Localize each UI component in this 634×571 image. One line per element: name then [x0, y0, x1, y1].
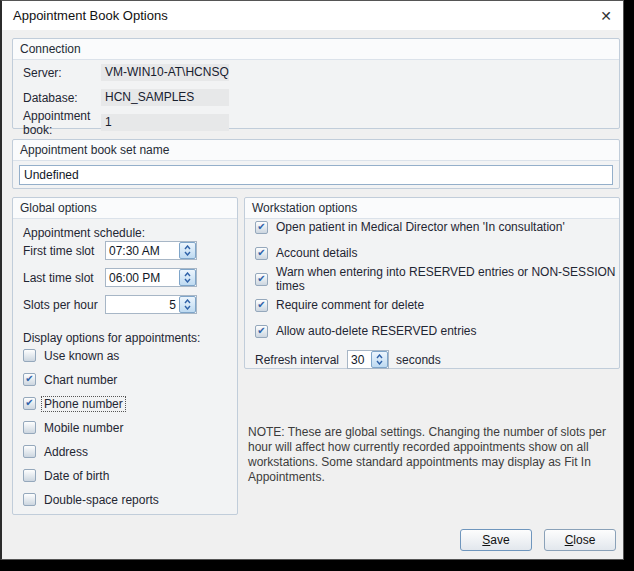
checkbox-allow-auto-delete-reserved[interactable]: ✔ Allow auto-delete RESERVED entries — [255, 323, 619, 339]
appointment-book-row: Appointment book: 1 — [13, 110, 619, 135]
first-time-slot-value: 07:30 AM — [106, 244, 179, 258]
refresh-interval-label: Refresh interval — [255, 353, 339, 367]
save-button[interactable]: Save — [460, 529, 532, 551]
refresh-interval-spinner[interactable] — [371, 351, 388, 368]
checkbox-double-space-reports[interactable]: ✔ Double-space reports — [23, 492, 237, 507]
first-time-slot-spinner[interactable] — [179, 242, 196, 259]
appointment-schedule-label: Appointment schedule: — [13, 219, 237, 241]
display-options-label: Display options for appointments: — [13, 322, 237, 346]
database-label: Database: — [23, 91, 101, 105]
server-row: Server: VM-WIN10-AT\HCNSQL07 — [13, 60, 619, 85]
check-icon: ✔ — [257, 222, 265, 232]
chevron-down-icon — [184, 305, 191, 310]
chevron-down-icon — [376, 360, 383, 365]
checkbox-label: Open patient in Medical Director when 'I… — [273, 219, 568, 235]
checkbox-label: Chart number — [41, 372, 120, 388]
workstation-options-group: Workstation options ✔ Open patient in Me… — [244, 197, 620, 369]
checkbox-label: Phone number — [41, 396, 126, 412]
check-icon: ✔ — [257, 274, 265, 284]
server-label: Server: — [23, 66, 101, 80]
checkbox-use-known-as[interactable]: ✔ Use known as — [23, 348, 237, 363]
last-time-slot-input[interactable]: 06:00 PM — [105, 268, 197, 287]
chevron-down-icon — [184, 278, 191, 283]
book-set-name-title: Appointment book set name — [13, 140, 619, 161]
checkbox-box: ✔ — [23, 493, 36, 506]
last-time-slot-value: 06:00 PM — [106, 271, 179, 285]
global-options-title: Global options — [13, 198, 237, 219]
refresh-interval-suffix: seconds — [396, 353, 441, 367]
checkbox-label: Address — [41, 444, 91, 460]
database-row: Database: HCN_SAMPLES — [13, 85, 619, 110]
check-icon: ✔ — [25, 374, 33, 384]
workstation-options-title: Workstation options — [245, 198, 619, 219]
checkbox-label: Require comment for delete — [273, 297, 427, 313]
checkbox-label: Mobile number — [41, 420, 126, 436]
checkbox-label: Allow auto-delete RESERVED entries — [273, 323, 480, 339]
chevron-up-icon — [184, 272, 191, 277]
last-time-slot-row: Last time slot 06:00 PM — [23, 268, 237, 287]
chevron-up-icon — [184, 299, 191, 304]
checkbox-label: Account details — [273, 245, 360, 261]
checkbox-box: ✔ — [255, 273, 268, 286]
appointment-book-options-dialog: Appointment Book Options ✕ Connection Se… — [0, 0, 624, 560]
last-time-slot-spinner[interactable] — [179, 269, 196, 286]
check-icon: ✔ — [257, 326, 265, 336]
checkbox-mobile-number[interactable]: ✔ Mobile number — [23, 420, 237, 435]
check-icon: ✔ — [257, 248, 265, 258]
display-options-list: ✔ Use known as ✔ Chart number ✔ Phone nu… — [13, 348, 237, 507]
checkbox-label: Double-space reports — [41, 492, 162, 508]
chevron-down-icon — [184, 251, 191, 256]
dialog-title: Appointment Book Options — [2, 8, 168, 23]
last-time-slot-label: Last time slot — [23, 271, 105, 285]
chevron-up-icon — [184, 245, 191, 250]
checkbox-box: ✔ — [255, 299, 268, 312]
close-button[interactable]: Close — [544, 529, 616, 551]
check-icon: ✔ — [257, 300, 265, 310]
refresh-interval-input[interactable]: 30 — [347, 350, 389, 369]
first-time-slot-label: First time slot — [23, 244, 105, 258]
slots-per-hour-row: Slots per hour 5 — [23, 295, 237, 314]
titlebar: Appointment Book Options ✕ — [2, 1, 623, 30]
book-set-name-group: Appointment book set name Undefined — [12, 139, 620, 189]
checkbox-label: Date of birth — [41, 468, 112, 484]
checkbox-box: ✔ — [23, 373, 36, 386]
checkbox-box: ✔ — [255, 325, 268, 338]
database-value: HCN_SAMPLES — [101, 89, 229, 106]
first-time-slot-input[interactable]: 07:30 AM — [105, 241, 197, 260]
checkbox-require-comment-for-delete[interactable]: ✔ Require comment for delete — [255, 297, 619, 313]
checkbox-box: ✔ — [23, 349, 36, 362]
check-icon: ✔ — [25, 398, 33, 408]
checkbox-date-of-birth[interactable]: ✔ Date of birth — [23, 468, 237, 483]
slots-per-hour-spinner[interactable] — [179, 296, 196, 313]
checkbox-box: ✔ — [255, 247, 268, 260]
slots-per-hour-value: 5 — [106, 298, 179, 312]
connection-group: Connection Server: VM-WIN10-AT\HCNSQL07 … — [12, 38, 620, 129]
global-settings-note: NOTE: These are global settings. Changin… — [248, 425, 618, 485]
checkbox-box: ✔ — [255, 221, 268, 234]
slots-per-hour-input[interactable]: 5 — [105, 295, 197, 314]
checkbox-box: ✔ — [23, 445, 36, 458]
book-set-name-input[interactable]: Undefined — [19, 165, 613, 185]
checkbox-box: ✔ — [23, 469, 36, 482]
connection-group-title: Connection — [13, 39, 619, 60]
close-icon[interactable]: ✕ — [589, 1, 623, 30]
checkbox-label: Warn when entering into RESERVED entries… — [273, 264, 619, 294]
slots-per-hour-label: Slots per hour — [23, 298, 105, 312]
chevron-up-icon — [376, 354, 383, 359]
checkbox-phone-number[interactable]: ✔ Phone number — [23, 396, 237, 411]
checkbox-label: Use known as — [41, 348, 122, 364]
refresh-interval-row: Refresh interval 30 seconds — [255, 349, 619, 370]
checkbox-open-patient-in-md[interactable]: ✔ Open patient in Medical Director when … — [255, 219, 619, 235]
global-options-group: Global options Appointment schedule: Fir… — [12, 197, 238, 515]
appointment-book-label: Appointment book: — [23, 109, 101, 137]
checkbox-chart-number[interactable]: ✔ Chart number — [23, 372, 237, 387]
checkbox-box: ✔ — [23, 397, 36, 410]
appointment-book-value: 1 — [101, 114, 229, 131]
first-time-slot-row: First time slot 07:30 AM — [23, 241, 237, 260]
checkbox-address[interactable]: ✔ Address — [23, 444, 237, 459]
checkbox-account-details[interactable]: ✔ Account details — [255, 245, 619, 261]
server-value: VM-WIN10-AT\HCNSQL07 — [101, 64, 229, 81]
refresh-interval-value: 30 — [348, 353, 371, 367]
checkbox-box: ✔ — [23, 421, 36, 434]
checkbox-warn-reserved-entries[interactable]: ✔ Warn when entering into RESERVED entri… — [255, 271, 619, 287]
